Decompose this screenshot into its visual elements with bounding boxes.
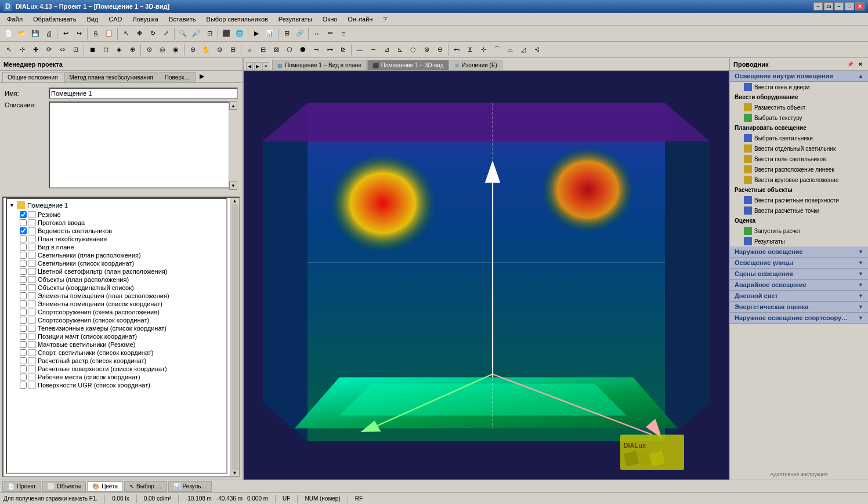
tree-checkbox[interactable] xyxy=(20,235,27,242)
rp-row-luminaires[interactable]: Ввести расположение линеек xyxy=(730,164,868,175)
tb-save[interactable]: 💾 xyxy=(29,27,42,40)
tb2-e5[interactable]: ⌓ xyxy=(504,43,516,56)
tb2-rotate[interactable]: ⟳ xyxy=(42,43,55,56)
tb2-a1[interactable]: ◼ xyxy=(86,43,99,56)
tb2-c4[interactable]: ⬡ xyxy=(283,43,296,56)
rp-pin-btn[interactable]: 📌 xyxy=(845,61,855,68)
bottom-tab-project[interactable]: 📄 Проект xyxy=(2,481,41,492)
rp-close-btn[interactable]: ✕ xyxy=(856,61,865,68)
tb2-d1[interactable]: — xyxy=(353,43,366,56)
minimize-btn[interactable]: − xyxy=(834,2,844,10)
tb-zoom-in[interactable]: 🔍 xyxy=(176,27,189,40)
tab-general[interactable]: Общие положения xyxy=(2,72,63,82)
tb2-c5[interactable]: ⬢ xyxy=(296,43,309,56)
tree-checkbox[interactable] xyxy=(20,276,27,283)
menu-help[interactable]: ? xyxy=(378,14,391,24)
tab-close-all[interactable]: ✕ xyxy=(262,62,269,70)
menu-view[interactable]: Вид xyxy=(82,14,103,24)
rp-select-luminaires[interactable]: Выбрать светильники xyxy=(730,133,868,143)
tb2-c8[interactable]: ⊵ xyxy=(337,43,349,56)
tb-results2[interactable]: 📊 xyxy=(263,27,276,40)
tree-item[interactable]: Спортсооружения (схема расположения) xyxy=(8,308,225,316)
tb2-a3[interactable]: ◈ xyxy=(113,43,125,56)
menu-edit[interactable]: Обрабатывать xyxy=(28,14,81,24)
tree-scroll-down[interactable]: ▼ xyxy=(233,470,237,476)
tree-item[interactable]: Резюме xyxy=(8,211,225,219)
tb-scale[interactable]: ⤢ xyxy=(160,27,172,40)
tree-checkbox[interactable] xyxy=(20,268,27,275)
rp-calc-points[interactable]: Ввести расчетные точки xyxy=(730,205,868,216)
tab-maintenance[interactable]: Метод плана техобслуживания xyxy=(64,72,158,82)
tree-checkbox[interactable] xyxy=(20,365,27,372)
tb2-d7[interactable]: ⊝ xyxy=(433,43,446,56)
tree-checkbox[interactable] xyxy=(20,292,27,299)
tree-item[interactable]: Рабочие места (список координат) xyxy=(8,373,225,381)
tree-checkbox[interactable] xyxy=(20,309,27,316)
close-btn[interactable]: ✕ xyxy=(855,2,865,10)
rp-section-energy[interactable]: Энергетическая оценка ▼ xyxy=(730,302,868,313)
rp-calc-surfaces[interactable]: Ввести расчетные поверхности xyxy=(730,195,868,205)
rp-results[interactable]: Результаты xyxy=(730,236,868,246)
rp-section-street[interactable]: Освещение улицы ▼ xyxy=(730,258,868,269)
tb2-c6[interactable]: ⊸ xyxy=(310,43,323,56)
tab-isolines[interactable]: ≋ Изолинии (Е) xyxy=(450,60,502,70)
tree-item[interactable]: Вид в плане xyxy=(8,243,225,251)
menu-window[interactable]: Окно xyxy=(318,14,342,24)
menu-insert[interactable]: Вставить xyxy=(164,14,201,24)
tb2-e3[interactable]: ⊹ xyxy=(477,43,490,56)
rp-section-outdoor[interactable]: Наружное освещение ▼ xyxy=(730,246,868,258)
tree-checkbox[interactable] xyxy=(20,382,27,389)
tree-item[interactable]: Элементы помещения (список координат) xyxy=(8,300,225,308)
tb2-cross[interactable]: ✚ xyxy=(29,43,42,56)
tree-checkbox[interactable] xyxy=(20,244,27,251)
tb2-c2[interactable]: ⊟ xyxy=(256,43,269,56)
tb2-c7[interactable]: ⊶ xyxy=(323,43,336,56)
tb-paste[interactable]: 📋 xyxy=(103,27,115,40)
tb2-a2[interactable]: ◻ xyxy=(99,43,112,56)
app-restore-btn[interactable]: ▭ xyxy=(824,2,833,10)
app-minimize-btn[interactable]: − xyxy=(813,2,823,10)
tb2-a4[interactable]: ⊕ xyxy=(126,43,139,56)
rp-section-emergency[interactable]: Аварийное освещение ▼ xyxy=(730,280,868,291)
tree-scrollbar[interactable]: ▲ ▼ xyxy=(230,198,239,476)
tb-calc[interactable]: ▶ xyxy=(250,27,263,40)
tree-root[interactable]: ▼ Помещение 1 xyxy=(8,200,225,211)
rp-run-calc[interactable]: Запустить расчет xyxy=(730,226,868,236)
tree-scroll-thumb[interactable] xyxy=(232,204,238,470)
tree-item[interactable]: Расчетные поверхности (список координат) xyxy=(8,365,225,373)
menu-results[interactable]: Результаты xyxy=(274,14,317,24)
tree-item[interactable]: Телевизионные камеры (список координат) xyxy=(8,324,225,332)
tb-undo[interactable]: ↩ xyxy=(59,27,72,40)
rp-section-indoor[interactable]: Освещение внутри помещения ▲ xyxy=(730,71,868,82)
tab-3d-view[interactable]: ⬛ Помещение 1 – 3D-вид xyxy=(367,60,449,70)
tab-plan-view[interactable]: ▦ Помещение 1 – Вид в плане xyxy=(272,60,367,70)
menu-file[interactable]: Файл xyxy=(2,14,27,24)
tb-fit[interactable]: ⊡ xyxy=(203,27,216,40)
tree-checkbox[interactable] xyxy=(20,357,27,364)
tb2-e1[interactable]: ⊷ xyxy=(450,43,463,56)
textarea-scrolldown[interactable]: ▼ xyxy=(229,182,237,190)
tree-item[interactable]: Спорт. светильники (список координат) xyxy=(8,349,225,357)
tb2-zoom-fit[interactable]: ⊛ xyxy=(186,43,199,56)
tree-expand-root[interactable]: ▼ xyxy=(9,202,15,208)
tree-item[interactable]: Объекты (план расположения) xyxy=(8,275,225,284)
tb2-c1[interactable]: ⟐ xyxy=(243,43,256,56)
tb-copy[interactable]: ⎘ xyxy=(89,27,102,40)
tree-item[interactable]: Протокол ввода xyxy=(8,219,225,227)
tree-item[interactable]: План техобслуживания xyxy=(8,235,225,243)
tb2-c3[interactable]: ⊠ xyxy=(270,43,283,56)
tb-select[interactable]: ↖ xyxy=(120,27,132,40)
tree-item[interactable]: Цветной светофильтр (план расположения) xyxy=(8,267,225,275)
tab-surface[interactable]: Поверх… xyxy=(160,72,196,82)
tree-item[interactable]: Светильники (план расположения) xyxy=(8,251,225,259)
rp-section-scenes[interactable]: Сцены освещения ▼ xyxy=(730,269,868,280)
tab-nav-left[interactable]: ◀ xyxy=(246,62,253,70)
tab-nav-right[interactable]: ▶ xyxy=(254,62,261,70)
tree-scroll-up[interactable]: ▲ xyxy=(233,198,237,204)
tree-item[interactable]: Ведомость светильников xyxy=(8,227,225,235)
tb2-b3[interactable]: ◉ xyxy=(169,43,182,56)
tree-checkbox[interactable] xyxy=(20,252,27,259)
tree-checkbox[interactable] xyxy=(20,260,27,267)
tree-item[interactable]: Позиции мачт (список координат) xyxy=(8,332,225,340)
textarea-scrollup[interactable]: ▲ xyxy=(229,101,237,110)
